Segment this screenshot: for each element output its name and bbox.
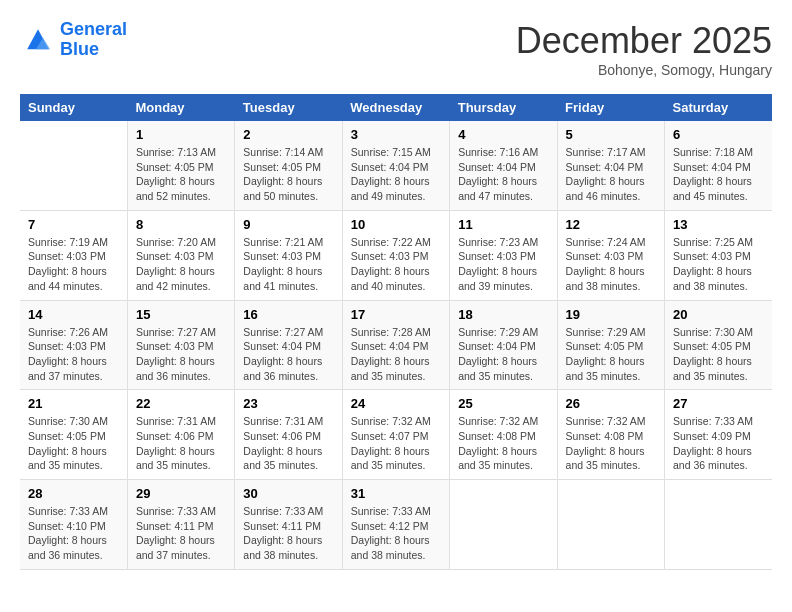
day-number: 31 (351, 486, 441, 501)
day-number: 14 (28, 307, 119, 322)
day-info: Sunrise: 7:15 AMSunset: 4:04 PMDaylight:… (351, 145, 441, 204)
day-info: Sunrise: 7:21 AMSunset: 4:03 PMDaylight:… (243, 235, 333, 294)
day-number: 13 (673, 217, 764, 232)
logo-icon (20, 22, 56, 58)
calendar-cell: 10 Sunrise: 7:22 AMSunset: 4:03 PMDaylig… (342, 210, 449, 300)
day-info: Sunrise: 7:20 AMSunset: 4:03 PMDaylight:… (136, 235, 226, 294)
weekday-header: Tuesday (235, 94, 342, 121)
calendar-cell (20, 121, 127, 210)
calendar-cell: 17 Sunrise: 7:28 AMSunset: 4:04 PMDaylig… (342, 300, 449, 390)
calendar-cell: 6 Sunrise: 7:18 AMSunset: 4:04 PMDayligh… (665, 121, 772, 210)
title-block: December 2025 Bohonye, Somogy, Hungary (516, 20, 772, 78)
day-info: Sunrise: 7:27 AMSunset: 4:03 PMDaylight:… (136, 325, 226, 384)
calendar-cell: 1 Sunrise: 7:13 AMSunset: 4:05 PMDayligh… (127, 121, 234, 210)
weekday-header: Monday (127, 94, 234, 121)
calendar-cell: 24 Sunrise: 7:32 AMSunset: 4:07 PMDaylig… (342, 390, 449, 480)
calendar-cell: 26 Sunrise: 7:32 AMSunset: 4:08 PMDaylig… (557, 390, 664, 480)
day-info: Sunrise: 7:33 AMSunset: 4:09 PMDaylight:… (673, 414, 764, 473)
calendar-week-row: 7 Sunrise: 7:19 AMSunset: 4:03 PMDayligh… (20, 210, 772, 300)
day-number: 16 (243, 307, 333, 322)
calendar-cell: 16 Sunrise: 7:27 AMSunset: 4:04 PMDaylig… (235, 300, 342, 390)
calendar-table: SundayMondayTuesdayWednesdayThursdayFrid… (20, 94, 772, 570)
calendar-cell (450, 480, 557, 570)
day-info: Sunrise: 7:16 AMSunset: 4:04 PMDaylight:… (458, 145, 548, 204)
weekday-header-row: SundayMondayTuesdayWednesdayThursdayFrid… (20, 94, 772, 121)
day-info: Sunrise: 7:26 AMSunset: 4:03 PMDaylight:… (28, 325, 119, 384)
day-info: Sunrise: 7:30 AMSunset: 4:05 PMDaylight:… (673, 325, 764, 384)
calendar-cell: 31 Sunrise: 7:33 AMSunset: 4:12 PMDaylig… (342, 480, 449, 570)
calendar-cell: 15 Sunrise: 7:27 AMSunset: 4:03 PMDaylig… (127, 300, 234, 390)
day-number: 10 (351, 217, 441, 232)
calendar-cell: 12 Sunrise: 7:24 AMSunset: 4:03 PMDaylig… (557, 210, 664, 300)
day-number: 23 (243, 396, 333, 411)
calendar-cell: 9 Sunrise: 7:21 AMSunset: 4:03 PMDayligh… (235, 210, 342, 300)
calendar-week-row: 1 Sunrise: 7:13 AMSunset: 4:05 PMDayligh… (20, 121, 772, 210)
calendar-cell: 19 Sunrise: 7:29 AMSunset: 4:05 PMDaylig… (557, 300, 664, 390)
calendar-cell: 30 Sunrise: 7:33 AMSunset: 4:11 PMDaylig… (235, 480, 342, 570)
weekday-header: Friday (557, 94, 664, 121)
day-info: Sunrise: 7:22 AMSunset: 4:03 PMDaylight:… (351, 235, 441, 294)
calendar-cell: 5 Sunrise: 7:17 AMSunset: 4:04 PMDayligh… (557, 121, 664, 210)
weekday-header: Wednesday (342, 94, 449, 121)
day-number: 2 (243, 127, 333, 142)
day-info: Sunrise: 7:30 AMSunset: 4:05 PMDaylight:… (28, 414, 119, 473)
day-info: Sunrise: 7:32 AMSunset: 4:08 PMDaylight:… (458, 414, 548, 473)
day-info: Sunrise: 7:32 AMSunset: 4:07 PMDaylight:… (351, 414, 441, 473)
day-number: 28 (28, 486, 119, 501)
day-info: Sunrise: 7:33 AMSunset: 4:10 PMDaylight:… (28, 504, 119, 563)
day-number: 27 (673, 396, 764, 411)
logo: General Blue (20, 20, 127, 60)
day-number: 11 (458, 217, 548, 232)
day-info: Sunrise: 7:31 AMSunset: 4:06 PMDaylight:… (136, 414, 226, 473)
day-info: Sunrise: 7:13 AMSunset: 4:05 PMDaylight:… (136, 145, 226, 204)
day-info: Sunrise: 7:19 AMSunset: 4:03 PMDaylight:… (28, 235, 119, 294)
calendar-cell: 14 Sunrise: 7:26 AMSunset: 4:03 PMDaylig… (20, 300, 127, 390)
calendar-cell: 23 Sunrise: 7:31 AMSunset: 4:06 PMDaylig… (235, 390, 342, 480)
day-number: 24 (351, 396, 441, 411)
logo-text: General Blue (60, 20, 127, 60)
day-number: 1 (136, 127, 226, 142)
day-number: 12 (566, 217, 656, 232)
calendar-cell: 7 Sunrise: 7:19 AMSunset: 4:03 PMDayligh… (20, 210, 127, 300)
day-number: 19 (566, 307, 656, 322)
day-info: Sunrise: 7:29 AMSunset: 4:05 PMDaylight:… (566, 325, 656, 384)
location-subtitle: Bohonye, Somogy, Hungary (516, 62, 772, 78)
day-number: 6 (673, 127, 764, 142)
calendar-week-row: 21 Sunrise: 7:30 AMSunset: 4:05 PMDaylig… (20, 390, 772, 480)
calendar-cell: 8 Sunrise: 7:20 AMSunset: 4:03 PMDayligh… (127, 210, 234, 300)
day-info: Sunrise: 7:18 AMSunset: 4:04 PMDaylight:… (673, 145, 764, 204)
day-info: Sunrise: 7:31 AMSunset: 4:06 PMDaylight:… (243, 414, 333, 473)
day-info: Sunrise: 7:33 AMSunset: 4:12 PMDaylight:… (351, 504, 441, 563)
day-number: 26 (566, 396, 656, 411)
weekday-header: Sunday (20, 94, 127, 121)
calendar-cell: 4 Sunrise: 7:16 AMSunset: 4:04 PMDayligh… (450, 121, 557, 210)
day-number: 20 (673, 307, 764, 322)
day-info: Sunrise: 7:32 AMSunset: 4:08 PMDaylight:… (566, 414, 656, 473)
day-number: 5 (566, 127, 656, 142)
day-info: Sunrise: 7:33 AMSunset: 4:11 PMDaylight:… (243, 504, 333, 563)
calendar-cell: 13 Sunrise: 7:25 AMSunset: 4:03 PMDaylig… (665, 210, 772, 300)
calendar-cell: 21 Sunrise: 7:30 AMSunset: 4:05 PMDaylig… (20, 390, 127, 480)
calendar-cell: 27 Sunrise: 7:33 AMSunset: 4:09 PMDaylig… (665, 390, 772, 480)
day-info: Sunrise: 7:14 AMSunset: 4:05 PMDaylight:… (243, 145, 333, 204)
month-title: December 2025 (516, 20, 772, 62)
day-info: Sunrise: 7:23 AMSunset: 4:03 PMDaylight:… (458, 235, 548, 294)
calendar-cell: 3 Sunrise: 7:15 AMSunset: 4:04 PMDayligh… (342, 121, 449, 210)
day-info: Sunrise: 7:29 AMSunset: 4:04 PMDaylight:… (458, 325, 548, 384)
day-number: 22 (136, 396, 226, 411)
day-number: 4 (458, 127, 548, 142)
day-info: Sunrise: 7:28 AMSunset: 4:04 PMDaylight:… (351, 325, 441, 384)
day-number: 8 (136, 217, 226, 232)
calendar-cell: 28 Sunrise: 7:33 AMSunset: 4:10 PMDaylig… (20, 480, 127, 570)
calendar-cell (557, 480, 664, 570)
calendar-week-row: 14 Sunrise: 7:26 AMSunset: 4:03 PMDaylig… (20, 300, 772, 390)
calendar-cell: 25 Sunrise: 7:32 AMSunset: 4:08 PMDaylig… (450, 390, 557, 480)
day-number: 30 (243, 486, 333, 501)
calendar-cell: 29 Sunrise: 7:33 AMSunset: 4:11 PMDaylig… (127, 480, 234, 570)
day-number: 25 (458, 396, 548, 411)
day-number: 7 (28, 217, 119, 232)
calendar-cell: 11 Sunrise: 7:23 AMSunset: 4:03 PMDaylig… (450, 210, 557, 300)
calendar-cell: 2 Sunrise: 7:14 AMSunset: 4:05 PMDayligh… (235, 121, 342, 210)
day-info: Sunrise: 7:17 AMSunset: 4:04 PMDaylight:… (566, 145, 656, 204)
calendar-cell: 22 Sunrise: 7:31 AMSunset: 4:06 PMDaylig… (127, 390, 234, 480)
